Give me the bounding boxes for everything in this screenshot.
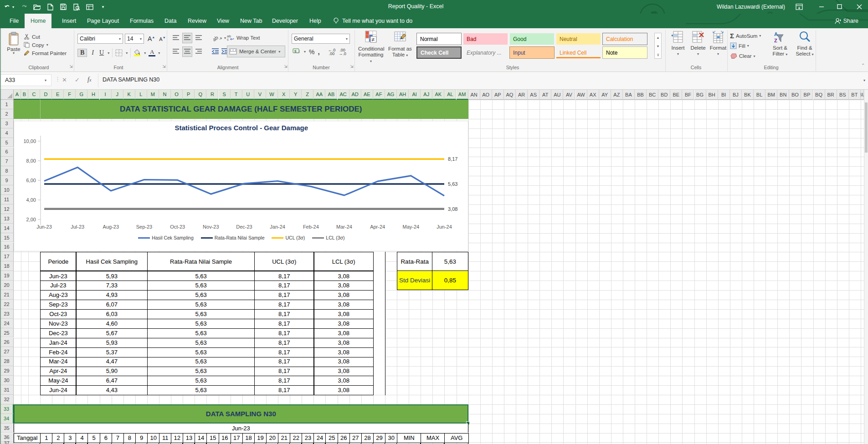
row-header-22[interactable]: 22 <box>0 300 14 309</box>
column-header-T[interactable]: T <box>231 90 242 100</box>
decrease-decimal-button[interactable]: .00→.0 <box>339 48 346 56</box>
column-header-AC[interactable]: AC <box>338 90 349 100</box>
row-header-3[interactable]: 3 <box>0 119 14 128</box>
formula-bar-expand-icon[interactable]: ▾ <box>863 78 865 82</box>
number-format-combo[interactable]: General▾ <box>292 34 350 44</box>
minimize-button[interactable] <box>813 0 830 13</box>
row-header-11[interactable]: 11 <box>0 195 14 204</box>
tab-view[interactable]: View <box>211 14 235 28</box>
column-header-AA[interactable]: AA <box>313 90 325 100</box>
column-header-AO[interactable]: AO <box>480 90 492 100</box>
fill-button[interactable]: Fill▾ <box>730 42 749 49</box>
row-header-17[interactable]: 17 <box>0 252 14 261</box>
column-header-BS[interactable]: BS <box>837 90 849 100</box>
insert-cells-button[interactable]: Insert▾ <box>668 30 688 57</box>
column-header-BG[interactable]: BG <box>694 90 706 100</box>
scrollbar-thumb[interactable] <box>865 102 868 153</box>
column-header-AZ[interactable]: AZ <box>611 90 623 100</box>
column-header-BP[interactable]: BP <box>801 90 813 100</box>
row-header-23[interactable]: 23 <box>0 309 14 319</box>
tab-data[interactable]: Data <box>159 14 182 28</box>
column-header-AM[interactable]: AM <box>457 90 468 100</box>
column-header-C[interactable]: C <box>28 90 40 100</box>
paste-button[interactable]: Paste▾ <box>4 31 24 63</box>
column-header-BE[interactable]: BE <box>670 90 682 100</box>
row-header-14[interactable]: 14 <box>0 224 14 233</box>
column-header-BL[interactable]: BL <box>754 90 765 100</box>
row-header-25[interactable]: 25 <box>0 328 14 338</box>
column-header-AX[interactable]: AX <box>587 90 599 100</box>
row-header-2[interactable]: 2 <box>0 109 14 119</box>
column-header-BN[interactable]: BN <box>777 90 789 100</box>
dialog-launcher-icon[interactable]: ⇲ <box>349 64 354 69</box>
row-header-9[interactable]: 9 <box>0 176 14 185</box>
name-box[interactable]: A33 <box>0 74 51 86</box>
italic-button[interactable]: I <box>90 49 96 56</box>
column-header-BU[interactable]: BU <box>861 90 864 100</box>
decrease-indent-button[interactable] <box>211 48 219 56</box>
column-header-BO[interactable]: BO <box>789 90 801 100</box>
font-grow-shrink[interactable]: A▲A▼ <box>148 34 171 44</box>
tab-help[interactable]: Help <box>303 14 327 28</box>
gallery-scroll-buttons[interactable]: ▲▼⊽ <box>654 33 662 59</box>
column-header-AD[interactable]: AD <box>349 90 361 100</box>
column-header-AB[interactable]: AB <box>325 90 337 100</box>
row-header-27[interactable]: 27 <box>0 347 14 357</box>
tab-formulas[interactable]: Formulas <box>124 14 159 28</box>
find-select-button[interactable]: Find &Select ▾ <box>793 30 817 57</box>
tell-me-box[interactable]: Tell me what you want to do <box>327 14 418 28</box>
decrease-font-icon[interactable]: A▼ <box>159 36 165 42</box>
row-header-20[interactable]: 20 <box>0 281 14 290</box>
maximize-button[interactable] <box>831 0 848 13</box>
merge-center-button[interactable]: Merge & Center▾ <box>227 46 285 57</box>
row-header-24[interactable]: 24 <box>0 319 14 328</box>
column-header-M[interactable]: M <box>147 90 159 100</box>
column-header-AS[interactable]: AS <box>528 90 539 100</box>
column-header-BT[interactable]: BT <box>849 90 861 100</box>
tab-insert[interactable]: Insert <box>56 14 82 28</box>
column-header-AU[interactable]: AU <box>551 90 563 100</box>
column-header-P[interactable]: P <box>183 90 195 100</box>
dialog-launcher-icon[interactable]: ⇲ <box>68 64 74 69</box>
column-header-I[interactable]: I <box>100 90 112 100</box>
column-header-BM[interactable]: BM <box>765 90 777 100</box>
row-header-37[interactable]: 37 <box>0 442 14 444</box>
copy-button[interactable]: Copy▾ <box>24 41 48 49</box>
underline-button[interactable]: U <box>98 49 105 56</box>
accounting-format-button[interactable]: $ <box>293 47 301 56</box>
column-header-F[interactable]: F <box>64 90 76 100</box>
column-header-AQ[interactable]: AQ <box>504 90 516 100</box>
row-header-4[interactable]: 4 <box>0 128 14 138</box>
font-size-combo[interactable]: 14▾ <box>125 34 144 44</box>
align-middle-button[interactable] <box>182 33 192 43</box>
row-header-6[interactable]: 6 <box>0 148 14 157</box>
share-button[interactable]: Share <box>828 14 864 28</box>
align-bottom-button[interactable] <box>194 33 203 43</box>
align-right-button[interactable] <box>194 47 203 56</box>
column-header-G[interactable]: G <box>76 90 87 100</box>
row-header-21[interactable]: 21 <box>0 290 14 300</box>
column-header-BH[interactable]: BH <box>706 90 718 100</box>
select-all-corner[interactable] <box>0 90 14 100</box>
cut-button[interactable]: Cut <box>24 33 40 41</box>
tab-new-tab[interactable]: New Tab <box>234 14 268 28</box>
column-header-K[interactable]: K <box>123 90 135 100</box>
font-color-button[interactable]: A <box>149 49 155 56</box>
row-header-5[interactable]: 5 <box>0 138 14 148</box>
tab-file[interactable]: File <box>4 14 25 28</box>
clear-button[interactable]: Clear▾ <box>730 53 755 59</box>
row-header-32[interactable]: 32 <box>0 395 14 404</box>
column-header-H[interactable]: H <box>87 90 99 100</box>
style-bad[interactable]: Bad <box>463 33 508 45</box>
percent-button[interactable]: % <box>309 48 314 56</box>
row-header-1[interactable]: 1 <box>0 100 14 109</box>
column-header-V[interactable]: V <box>254 90 266 100</box>
column-header-N[interactable]: N <box>159 90 171 100</box>
row-header-16[interactable]: 16 <box>0 243 14 252</box>
column-header-AR[interactable]: AR <box>516 90 528 100</box>
row-header-33[interactable]: 33 <box>0 404 14 414</box>
column-header-AT[interactable]: AT <box>539 90 551 100</box>
column-header-AW[interactable]: AW <box>575 90 587 100</box>
style-neutral[interactable]: Neutral <box>556 33 601 45</box>
align-center-button[interactable] <box>182 46 192 57</box>
